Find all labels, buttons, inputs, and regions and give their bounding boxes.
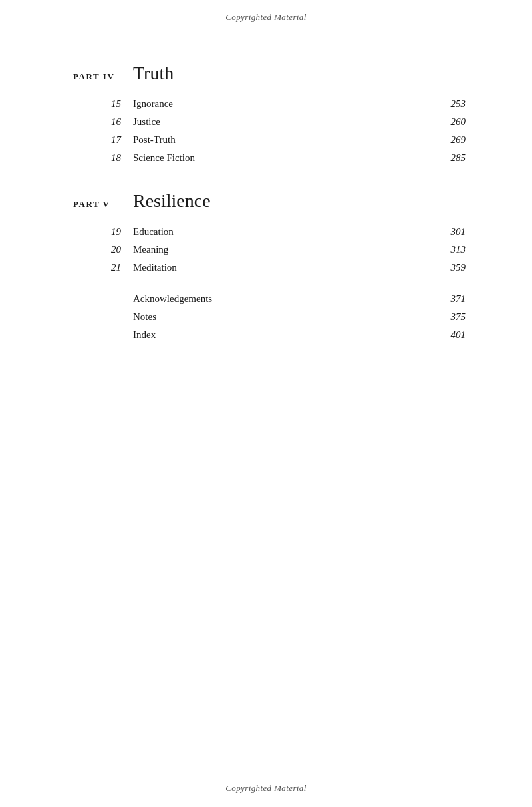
part-v-header: PART V Resilience <box>73 190 466 212</box>
chapter-19-title: Education <box>133 226 432 238</box>
part-v-section: PART V Resilience 19 Education 301 20 Me… <box>73 190 466 341</box>
chapter-15-page: 253 <box>432 98 466 110</box>
chapter-18-page: 285 <box>432 152 466 164</box>
chapter-19-page: 301 <box>432 226 466 238</box>
index-entry: Index 401 <box>133 329 466 341</box>
chapter-15-number: 15 <box>73 98 133 110</box>
chapter-17-title: Post-Truth <box>133 134 432 146</box>
chapter-20-title: Meaning <box>133 244 432 255</box>
part-iv-label: PART IV <box>73 71 133 82</box>
chapter-18-entry: 18 Science Fiction 285 <box>73 152 466 164</box>
chapter-15-entry: 15 Ignorance 253 <box>73 98 466 110</box>
notes-entry: Notes 375 <box>133 311 466 323</box>
part-iv-entries: 15 Ignorance 253 16 Justice 260 17 Post-… <box>73 98 466 164</box>
acknowledgements-title: Acknowledgements <box>133 293 432 305</box>
part-v-title: Resilience <box>133 190 211 212</box>
watermark-top: Copyrighted Material <box>0 0 532 23</box>
chapter-19-entry: 19 Education 301 <box>73 226 466 238</box>
acknowledgements-page: 371 <box>432 293 466 305</box>
notes-title: Notes <box>133 311 432 323</box>
index-title: Index <box>133 329 432 341</box>
part-v-label: PART V <box>73 199 133 210</box>
chapter-21-page: 359 <box>432 262 466 273</box>
appendix-section: Acknowledgements 371 Notes 375 Index 401 <box>133 293 466 341</box>
part-iv-header: PART IV Truth <box>73 63 466 84</box>
chapter-21-number: 21 <box>73 262 133 273</box>
watermark-bottom: Copyrighted Material <box>0 783 532 794</box>
chapter-16-page: 260 <box>432 116 466 128</box>
acknowledgements-entry: Acknowledgements 371 <box>133 293 466 305</box>
part-v-entries: 19 Education 301 20 Meaning 313 21 Medit… <box>73 226 466 273</box>
chapter-15-title: Ignorance <box>133 98 432 110</box>
chapter-21-entry: 21 Meditation 359 <box>73 262 466 273</box>
chapter-17-entry: 17 Post-Truth 269 <box>73 134 466 146</box>
notes-page: 375 <box>432 311 466 323</box>
chapter-16-title: Justice <box>133 116 432 128</box>
chapter-19-number: 19 <box>73 226 133 238</box>
chapter-16-entry: 16 Justice 260 <box>73 116 466 128</box>
chapter-20-number: 20 <box>73 244 133 255</box>
chapter-20-entry: 20 Meaning 313 <box>73 244 466 255</box>
chapter-20-page: 313 <box>432 244 466 255</box>
part-iv-title: Truth <box>133 63 174 84</box>
chapter-17-number: 17 <box>73 134 133 146</box>
chapter-18-number: 18 <box>73 152 133 164</box>
chapter-21-title: Meditation <box>133 262 432 273</box>
chapter-16-number: 16 <box>73 116 133 128</box>
chapter-18-title: Science Fiction <box>133 152 432 164</box>
chapter-17-page: 269 <box>432 134 466 146</box>
index-page: 401 <box>432 329 466 341</box>
part-iv-section: PART IV Truth 15 Ignorance 253 16 Justic… <box>73 63 466 164</box>
